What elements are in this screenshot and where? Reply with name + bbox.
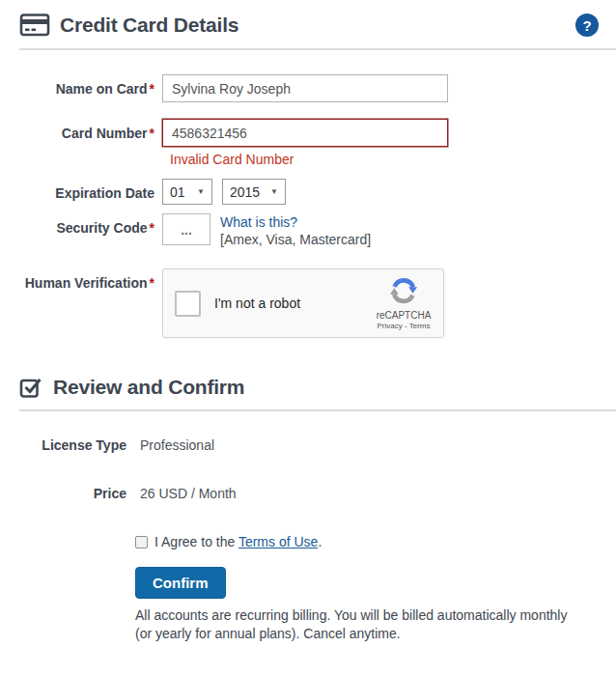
human-verification-row: Human Verification* I'm not a robot reCA… [0,268,616,338]
license-type-row: License Type Professional [0,437,616,453]
recaptcha-logo-icon [389,276,418,305]
card-number-input[interactable] [162,119,448,147]
section-divider [19,409,616,411]
license-type-value: Professional [140,437,214,453]
credit-card-icon [19,13,50,38]
what-is-this-link[interactable]: What is this? [220,214,297,230]
section-divider [19,48,616,50]
license-type-label: License Type [0,437,140,453]
expiration-year-value: 2015 [230,184,260,200]
expiration-year-select[interactable]: 2015 ▼ [222,179,286,205]
card-number-error: Invalid Card Number [170,152,616,167]
security-code-help: What is this? [Amex, Visa, Mastercard] [220,213,371,248]
security-code-label: Security Code* [0,213,162,236]
security-code-input[interactable] [162,213,210,245]
name-on-card-label: Name on Card* [0,74,162,97]
card-number-label: Card Number* [0,119,162,141]
expiration-month-value: 01 [170,184,185,200]
price-value: 26 USD / Month [140,486,237,501]
review-summary: License Type Professional Price 26 USD /… [0,437,616,501]
required-mark: * [150,126,154,141]
card-types-hint: [Amex, Visa, Mastercard] [220,232,371,247]
card-number-row: Card Number* [0,119,616,147]
confirm-button[interactable]: Confirm [135,567,226,599]
recaptcha-terms-link[interactable]: Terms [409,322,431,330]
terms-agree-row: I Agree to the Terms of Use. [135,534,616,549]
recaptcha-label: I'm not a robot [214,295,374,311]
chevron-down-icon: ▼ [270,187,278,196]
recaptcha-brand: reCAPTCHA Privacy - Terms [374,276,434,330]
terms-agree-checkbox[interactable] [135,536,148,548]
required-mark: * [150,275,154,291]
name-on-card-input[interactable] [162,74,448,102]
chevron-down-icon: ▼ [197,187,205,196]
credit-card-form: Name on Card* Card Number* Invalid Card … [0,74,616,338]
expiration-date-label: Expiration Date [0,179,162,201]
human-verification-label: Human Verification* [0,268,162,291]
recaptcha-links: Privacy - Terms [374,322,434,330]
billing-note: All accounts are recurring billing. You … [135,606,581,643]
expiration-month-select[interactable]: 01 ▼ [162,179,212,205]
recaptcha-brand-text: reCAPTCHA [374,310,434,321]
price-row: Price 26 USD / Month [0,486,616,501]
check-square-icon [19,375,43,399]
price-label: Price [0,486,140,501]
help-icon[interactable]: ? [575,14,599,37]
credit-card-section-header: Credit Card Details ? [0,0,616,38]
recaptcha-checkbox[interactable] [175,291,201,317]
security-code-row: Security Code* What is this? [Amex, Visa… [0,213,616,248]
expiration-date-row: Expiration Date 01 ▼ 2015 ▼ [0,179,616,205]
recaptcha-widget: I'm not a robot reCAPTCHA Privacy - Term… [162,268,444,338]
recaptcha-privacy-link[interactable]: Privacy [378,322,403,330]
name-on-card-row: Name on Card* [0,74,616,102]
review-section-header: Review and Confirm [0,362,616,399]
terms-agree-text: I Agree to the Terms of Use. [154,534,322,549]
page-title: Credit Card Details [60,14,575,37]
required-mark: * [150,81,154,97]
review-title: Review and Confirm [53,376,599,399]
terms-of-use-link[interactable]: Terms of Use [238,534,318,549]
required-mark: * [150,220,154,236]
